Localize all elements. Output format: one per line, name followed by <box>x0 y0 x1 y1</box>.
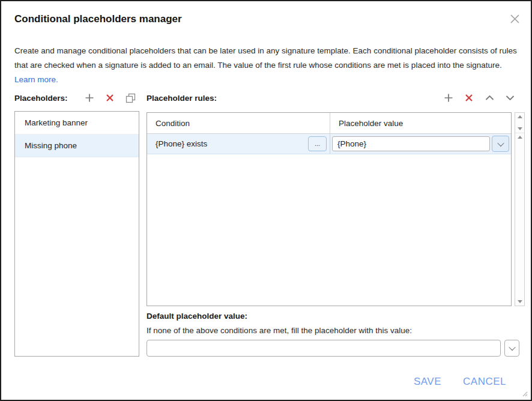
close-button[interactable] <box>507 11 522 26</box>
learn-more-link[interactable]: Learn more. <box>14 75 58 84</box>
dialog-description: Create and manage conditional placeholde… <box>14 44 522 87</box>
default-value-dropdown-button[interactable] <box>504 340 519 357</box>
dialog-title: Conditional placeholders manager <box>14 13 182 25</box>
condition-text: {Phone} exists <box>156 139 308 148</box>
delete-x-icon <box>106 94 114 102</box>
delete-x-icon <box>465 94 473 102</box>
placeholder-value-cell <box>330 134 511 154</box>
table-row[interactable]: {Phone} exists ... <box>147 134 511 154</box>
plus-icon <box>85 93 94 103</box>
rules-table: Condition Placeholder value {Phone} exis… <box>147 112 512 306</box>
list-item-marketing-banner[interactable]: Marketing banner <box>15 112 139 134</box>
conditional-placeholders-dialog: Conditional placeholders manager Create … <box>0 0 532 401</box>
duplicate-placeholder-button[interactable] <box>125 92 136 103</box>
column-header-condition: Condition <box>147 113 330 133</box>
chevron-down-icon <box>506 95 515 101</box>
dialog-footer: SAVE CANCEL <box>414 376 506 388</box>
add-rule-button[interactable] <box>443 92 454 103</box>
move-rule-down-button[interactable] <box>504 92 515 103</box>
move-rule-up-button[interactable] <box>484 92 495 103</box>
resize-grip-icon[interactable] <box>521 390 528 397</box>
placeholder-rules-label: Placeholder rules: <box>147 94 217 103</box>
add-placeholder-button[interactable] <box>84 92 95 103</box>
placeholder-value-dropdown-button[interactable] <box>492 136 509 152</box>
rules-panel-header: Placeholder rules: <box>147 91 521 104</box>
column-header-placeholder-value: Placeholder value <box>330 113 511 133</box>
default-value-help-text: If none of the above conditions are met,… <box>147 326 412 335</box>
placeholder-value-input[interactable] <box>332 136 490 151</box>
scroll-down-icon[interactable] <box>518 300 522 303</box>
default-value-input[interactable] <box>147 340 501 357</box>
close-icon <box>510 14 520 24</box>
save-button[interactable]: SAVE <box>414 376 441 388</box>
chevron-down-icon <box>509 344 515 351</box>
list-item-missing-phone[interactable]: Missing phone <box>15 134 139 157</box>
placeholders-label: Placeholders: <box>14 94 68 103</box>
rules-table-header: Condition Placeholder value <box>147 113 511 134</box>
scroll-up-icon[interactable] <box>518 115 522 118</box>
edit-condition-button[interactable]: ... <box>308 136 327 151</box>
cancel-button[interactable]: CANCEL <box>463 376 506 388</box>
delete-rule-button[interactable] <box>464 92 474 103</box>
placeholders-panel-header: Placeholders: <box>14 91 139 104</box>
chevron-down-icon <box>497 139 504 146</box>
body-scrollbar-segment[interactable] <box>515 133 524 306</box>
chevron-up-icon <box>485 95 494 101</box>
condition-cell: {Phone} exists ... <box>147 134 330 154</box>
plus-icon <box>444 93 453 103</box>
header-scrollbar-segment[interactable] <box>515 113 524 133</box>
placeholders-list[interactable]: Marketing banner Missing phone <box>14 111 139 357</box>
scroll-up-icon[interactable] <box>518 136 522 139</box>
default-value-label: Default placeholder value: <box>147 312 247 321</box>
copy-icon <box>125 93 136 103</box>
rules-table-scrollbar[interactable] <box>515 112 525 306</box>
scroll-down-icon[interactable] <box>518 127 522 130</box>
description-text: Create and manage conditional placeholde… <box>14 46 517 70</box>
delete-placeholder-button[interactable] <box>104 92 115 103</box>
